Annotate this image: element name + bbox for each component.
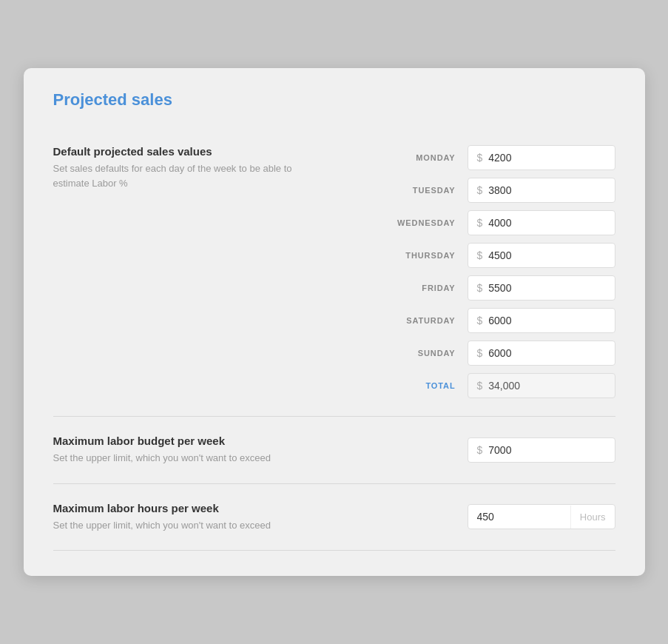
labor-hours-input-wrapper: Hours [468,504,615,529]
labor-hours-section: Maximum labor hours per week Set the upp… [53,487,615,548]
thursday-input[interactable] [488,249,605,261]
labor-budget-currency: $ [477,444,483,456]
card: Projected sales Default projected sales … [24,68,645,576]
projected-sales-desc: Default projected sales values Set sales… [53,145,305,190]
tuesday-input-wrapper: $ [468,178,615,203]
total-label: TOTAL [389,381,456,390]
saturday-currency: $ [477,315,483,326]
friday-row: FRIDAY $ [305,275,615,301]
total-input [488,380,605,392]
sunday-input[interactable] [488,347,605,359]
labor-budget-section: Maximum labor budget per week Set the up… [53,420,615,480]
tuesday-row: TUESDAY $ [305,178,615,203]
monday-currency: $ [477,152,483,164]
total-input-wrapper: $ [468,373,615,398]
thursday-currency: $ [477,249,483,261]
labor-budget-input[interactable] [488,444,605,456]
thursday-row: THURSDAY $ [305,243,615,268]
projected-sales-section: Default projected sales values Set sales… [53,130,615,413]
total-currency: $ [477,380,483,392]
friday-input-wrapper: $ [468,275,615,301]
labor-budget-subtitle: Set the upper limit, which you won't wan… [53,451,305,466]
saturday-row: SATURDAY $ [305,308,615,333]
tuesday-input[interactable] [488,184,605,196]
sunday-row: SUNDAY $ [305,341,615,366]
labor-hours-input[interactable] [468,505,570,529]
wednesday-row: WEDNESDAY $ [305,210,615,235]
monday-input[interactable] [488,152,605,164]
page-title: Projected sales [53,90,615,110]
total-row: TOTAL $ [305,373,615,398]
saturday-input-wrapper: $ [468,308,615,333]
wednesday-input[interactable] [488,217,605,229]
monday-input-wrapper: $ [468,145,615,170]
projected-sales-fields: MONDAY $ TUESDAY $ WEDNESDAY $ [305,145,615,398]
labor-budget-title: Maximum labor budget per week [53,435,305,447]
labor-budget-field-area: $ [305,437,615,463]
monday-label: MONDAY [389,153,456,162]
saturday-label: SATURDAY [389,316,456,325]
labor-hours-subtitle: Set the upper limit, which you won't wan… [53,518,305,533]
wednesday-input-wrapper: $ [468,210,615,235]
divider-3 [53,550,615,551]
wednesday-currency: $ [477,217,483,229]
labor-hours-title: Maximum labor hours per week [53,502,305,514]
tuesday-currency: $ [477,184,483,196]
hours-unit-label: Hours [570,506,615,529]
friday-currency: $ [477,282,483,294]
friday-input[interactable] [488,282,605,294]
friday-label: FRIDAY [389,284,456,292]
monday-row: MONDAY $ [305,145,615,170]
divider-1 [53,416,615,417]
divider-2 [53,483,615,484]
saturday-input[interactable] [488,315,605,326]
labor-hours-field-area: Hours [305,504,615,529]
wednesday-label: WEDNESDAY [389,218,456,227]
sunday-input-wrapper: $ [468,341,615,366]
labor-hours-desc: Maximum labor hours per week Set the upp… [53,502,305,533]
projected-sales-title: Default projected sales values [53,145,305,158]
thursday-input-wrapper: $ [468,243,615,268]
sunday-label: SUNDAY [389,349,456,358]
projected-sales-subtitle: Set sales defaults for each day of the w… [53,161,305,190]
labor-budget-input-wrapper: $ [468,437,615,463]
thursday-label: THURSDAY [389,251,456,260]
labor-budget-desc: Maximum labor budget per week Set the up… [53,435,305,466]
tuesday-label: TUESDAY [389,186,456,195]
sunday-currency: $ [477,347,483,359]
